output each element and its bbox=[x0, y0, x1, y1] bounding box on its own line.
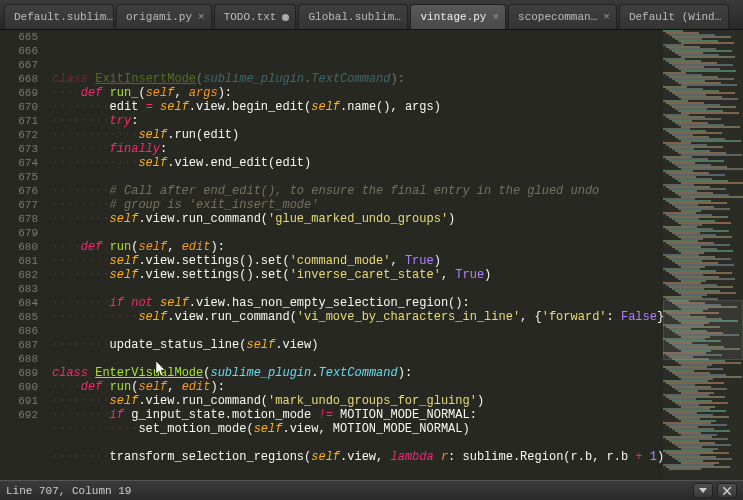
line-number: 681 bbox=[0, 254, 38, 268]
tab-close-icon[interactable]: × bbox=[492, 11, 499, 23]
line-number: 685 bbox=[0, 310, 38, 324]
tab-label: origami.py bbox=[126, 11, 192, 23]
status-bar: Line 707, Column 19 bbox=[0, 480, 743, 500]
line-number: 689 bbox=[0, 366, 38, 380]
code-line[interactable]: ····def run(self, edit): bbox=[52, 380, 663, 394]
line-number: 691 bbox=[0, 394, 38, 408]
tab-close-icon[interactable]: × bbox=[407, 11, 409, 23]
code-line[interactable]: ············self.view.end_edit(edit) bbox=[52, 156, 663, 170]
line-number: 673 bbox=[0, 142, 38, 156]
line-number-gutter: 6656666676686696706716726736746756766776… bbox=[0, 30, 52, 480]
code-line[interactable]: class ExitInsertMode(sublime_plugin.Text… bbox=[52, 72, 663, 86]
code-line[interactable]: ········update_status_line(self.view) bbox=[52, 338, 663, 352]
tab-close-icon[interactable]: × bbox=[198, 11, 205, 23]
line-number: 690 bbox=[0, 380, 38, 394]
code-line[interactable]: class EnterVisualMode(sublime_plugin.Tex… bbox=[52, 366, 663, 380]
code-line[interactable]: ········if g_input_state.motion_mode != … bbox=[52, 408, 663, 422]
code-line[interactable]: ········finally: bbox=[52, 142, 663, 156]
tab-label: Default (Wind… bbox=[629, 11, 721, 23]
editor-area: 6656666676686696706716726736746756766776… bbox=[0, 30, 743, 480]
code-line[interactable] bbox=[52, 436, 663, 450]
line-number: 675 bbox=[0, 170, 38, 184]
code-line[interactable]: ········try: bbox=[52, 114, 663, 128]
line-number: 680 bbox=[0, 240, 38, 254]
line-number: 688 bbox=[0, 352, 38, 366]
status-cursor-position: Line 707, Column 19 bbox=[6, 485, 131, 497]
tab-close-icon[interactable]: × bbox=[727, 11, 729, 23]
code-line[interactable]: ········self.view.run_command('mark_undo… bbox=[52, 394, 663, 408]
code-line[interactable]: ····def run_(self, args): bbox=[52, 86, 663, 100]
line-number: 667 bbox=[0, 58, 38, 72]
tab-default-sublim-[interactable]: Default.sublim…× bbox=[4, 4, 114, 29]
line-number: 683 bbox=[0, 282, 38, 296]
code-line[interactable]: ········edit = self.view.begin_edit(self… bbox=[52, 100, 663, 114]
tab-label: scopecomman… bbox=[518, 11, 597, 23]
tab-default-wind-[interactable]: Default (Wind…× bbox=[619, 4, 729, 29]
status-dropdown-button[interactable] bbox=[693, 483, 713, 498]
line-number: 682 bbox=[0, 268, 38, 282]
code-line[interactable]: ········self.view.settings().set('invers… bbox=[52, 268, 663, 282]
tab-scopecomman-[interactable]: scopecomman…× bbox=[508, 4, 617, 29]
line-number: 665 bbox=[0, 30, 38, 44]
code-line[interactable]: ············self.view.run_command('vi_mo… bbox=[52, 310, 663, 324]
status-close-button[interactable] bbox=[717, 483, 737, 498]
code-line[interactable]: ········# group is 'exit_insert_mode' bbox=[52, 198, 663, 212]
line-number: 668 bbox=[0, 72, 38, 86]
line-number: 674 bbox=[0, 156, 38, 170]
line-number: 684 bbox=[0, 296, 38, 310]
code-line[interactable]: ········self.view.settings().set('comman… bbox=[52, 254, 663, 268]
line-number: 678 bbox=[0, 212, 38, 226]
line-number: 692 bbox=[0, 408, 38, 422]
line-number: 666 bbox=[0, 44, 38, 58]
tab-todo-txt[interactable]: TODO.txt bbox=[214, 4, 297, 29]
tab-label: Global.sublim… bbox=[308, 11, 400, 23]
code-line[interactable]: ············set_motion_mode(self.view, M… bbox=[52, 422, 663, 436]
tab-label: TODO.txt bbox=[224, 11, 277, 23]
code-line[interactable]: ········self.view.run_command('glue_mark… bbox=[52, 212, 663, 226]
code-line[interactable]: ····def run(self, edit): bbox=[52, 240, 663, 254]
tab-origami-py[interactable]: origami.py× bbox=[116, 4, 212, 29]
tab-global-sublim-[interactable]: Global.sublim…× bbox=[298, 4, 408, 29]
code-line[interactable] bbox=[52, 352, 663, 366]
tab-vintage-py[interactable]: vintage.py× bbox=[410, 4, 506, 29]
line-number: 677 bbox=[0, 198, 38, 212]
code-line[interactable] bbox=[52, 282, 663, 296]
minimap[interactable] bbox=[663, 30, 743, 480]
code-line[interactable]: ········if not self.view.has_non_empty_s… bbox=[52, 296, 663, 310]
line-number: 679 bbox=[0, 226, 38, 240]
tab-label: Default.sublim… bbox=[14, 11, 113, 23]
code-line[interactable]: ············self.run(edit) bbox=[52, 128, 663, 142]
code-line[interactable] bbox=[52, 226, 663, 240]
code-line[interactable]: ········# Call after end_edit(), to ensu… bbox=[52, 184, 663, 198]
line-number: 687 bbox=[0, 338, 38, 352]
line-number: 686 bbox=[0, 324, 38, 338]
tab-label: vintage.py bbox=[420, 11, 486, 23]
minimap-viewport[interactable] bbox=[663, 300, 743, 360]
code-line[interactable]: ········transform_selection_regions(self… bbox=[52, 450, 663, 464]
line-number: 670 bbox=[0, 100, 38, 114]
code-line[interactable] bbox=[52, 170, 663, 184]
line-number: 676 bbox=[0, 184, 38, 198]
tab-bar: Default.sublim…×origami.py×TODO.txtGloba… bbox=[0, 0, 743, 30]
dirty-indicator-icon bbox=[282, 14, 289, 21]
line-number: 672 bbox=[0, 128, 38, 142]
line-number: 671 bbox=[0, 114, 38, 128]
code-line[interactable] bbox=[52, 324, 663, 338]
tab-close-icon[interactable]: × bbox=[603, 11, 610, 23]
code-editor[interactable]: class ExitInsertMode(sublime_plugin.Text… bbox=[52, 30, 663, 480]
line-number: 669 bbox=[0, 86, 38, 100]
